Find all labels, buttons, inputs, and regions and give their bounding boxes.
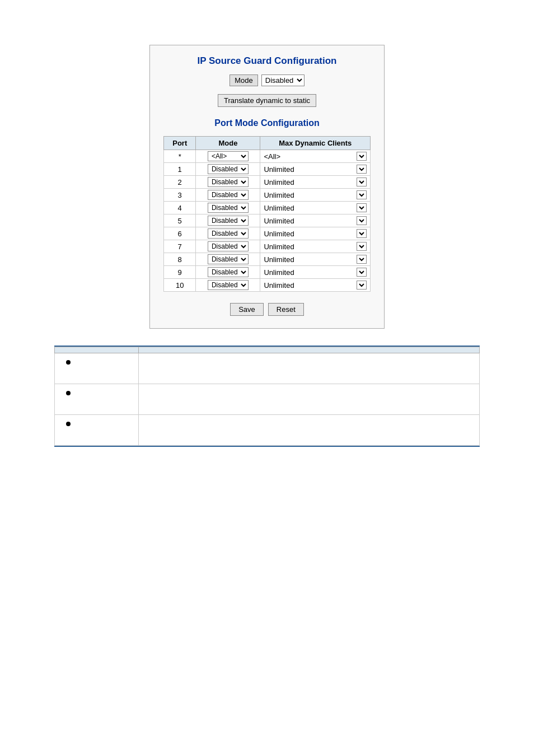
max-cell-9: UnlimitedUnlimited0124816 [260, 266, 371, 279]
max-select-9[interactable]: Unlimited0124816 [357, 268, 367, 277]
port-cell-3: 3 [164, 189, 196, 202]
max-value-3: Unlimited [264, 191, 354, 199]
mode-cell-8: DisabledEnabled [196, 253, 260, 266]
mode-cell-2: DisabledEnabled [196, 176, 260, 189]
mode-select-5[interactable]: DisabledEnabled [208, 216, 249, 226]
max-select-5[interactable]: Unlimited0124816 [357, 216, 367, 225]
port-cell-7: 7 [164, 240, 196, 253]
max-select-6[interactable]: Unlimited0124816 [357, 229, 367, 238]
max-select-2[interactable]: Unlimited0124816 [357, 178, 367, 186]
translate-dynamic-button[interactable]: Translate dynamic to static [218, 94, 316, 107]
port-cell-6: 6 [164, 227, 196, 240]
desc-table-wrapper [54, 346, 480, 447]
mode-cell-5: DisabledEnabled [196, 214, 260, 227]
desc-row-1 [55, 353, 480, 384]
table-row-5: 5DisabledEnabledUnlimitedUnlimited012481… [164, 214, 371, 227]
max-select-4[interactable]: Unlimited0124816 [357, 203, 367, 212]
config-card: IP Source Guard Configuration Mode Disab… [149, 45, 385, 329]
bullet-icon-3 [66, 422, 71, 426]
desc-header-row [55, 347, 480, 353]
desc-table [54, 347, 480, 446]
desc-col2-header [139, 347, 480, 353]
desc-bullet-2 [55, 384, 139, 415]
max-cell-6: UnlimitedUnlimited0124816 [260, 227, 371, 240]
mode-cell-3: DisabledEnabled [196, 189, 260, 202]
max-value-9: Unlimited [264, 268, 354, 277]
port-cell-1: 1 [164, 163, 196, 176]
max-select-3[interactable]: Unlimited0124816 [357, 190, 367, 199]
max-select-8[interactable]: Unlimited0124816 [357, 255, 367, 264]
bullet-icon-2 [66, 391, 71, 395]
save-button[interactable]: Save [230, 303, 264, 316]
mode-select-7[interactable]: DisabledEnabled [208, 241, 249, 251]
mode-select-2[interactable]: DisabledEnabled [208, 177, 249, 187]
port-cell-wildcard: * [164, 150, 196, 163]
port-table: Port Mode Max Dynamic Clients * <All> Di… [163, 136, 371, 292]
table-row-3: 3DisabledEnabledUnlimitedUnlimited012481… [164, 189, 371, 202]
desc-text-3 [139, 415, 480, 446]
mode-select-10[interactable]: DisabledEnabled [208, 280, 249, 290]
max-cell-8: UnlimitedUnlimited0124816 [260, 253, 371, 266]
mode-select-1[interactable]: DisabledEnabled [208, 164, 249, 174]
port-cell-9: 9 [164, 266, 196, 279]
table-row-8: 8DisabledEnabledUnlimitedUnlimited012481… [164, 253, 371, 266]
table-row-7: 7DisabledEnabledUnlimitedUnlimited012481… [164, 240, 371, 253]
port-cell-8: 8 [164, 253, 196, 266]
desc-row-3 [55, 415, 480, 446]
desc-row-2 [55, 384, 480, 415]
reset-button[interactable]: Reset [268, 303, 304, 316]
table-row-9: 9DisabledEnabledUnlimitedUnlimited012481… [164, 266, 371, 279]
section-title: Port Mode Configuration [214, 118, 320, 128]
max-select-10[interactable]: Unlimited0124816 [357, 281, 367, 290]
max-value-1: Unlimited [264, 165, 354, 174]
max-cell-7: UnlimitedUnlimited0124816 [260, 240, 371, 253]
max-select-wildcard[interactable] [357, 152, 367, 161]
mode-select-8[interactable]: DisabledEnabled [208, 254, 249, 264]
max-value-10: Unlimited [264, 281, 354, 290]
max-select-7[interactable]: Unlimited0124816 [357, 242, 367, 251]
mode-select-wildcard[interactable]: <All> Disabled Enabled [208, 151, 249, 161]
mode-select-4[interactable]: DisabledEnabled [208, 203, 249, 213]
card-title: IP Source Guard Configuration [197, 55, 336, 67]
max-cell-4: UnlimitedUnlimited0124816 [260, 202, 371, 214]
mode-select-6[interactable]: DisabledEnabled [208, 228, 249, 239]
table-row-6: 6DisabledEnabledUnlimitedUnlimited012481… [164, 227, 371, 240]
table-row-1: 1DisabledEnabledUnlimitedUnlimited012481… [164, 163, 371, 176]
max-value-2: Unlimited [264, 178, 354, 186]
bullet-icon-1 [66, 360, 71, 365]
max-select-1[interactable]: Unlimited0124816 [357, 165, 367, 174]
max-value-7: Unlimited [264, 242, 354, 251]
mode-cell-9: DisabledEnabled [196, 266, 260, 279]
table-header-row: Port Mode Max Dynamic Clients [164, 137, 371, 150]
desc-text-2 [139, 384, 480, 415]
mode-cell-7: DisabledEnabled [196, 240, 260, 253]
mode-select[interactable]: Disabled Enabled [261, 74, 305, 86]
desc-col1-header [55, 347, 139, 353]
max-value-5: Unlimited [264, 217, 354, 225]
mode-label-button[interactable]: Mode [229, 74, 258, 86]
port-cell-4: 4 [164, 202, 196, 214]
mode-cell-1: DisabledEnabled [196, 163, 260, 176]
max-value-6: Unlimited [264, 230, 354, 238]
mode-cell-4: DisabledEnabled [196, 202, 260, 214]
mode-cell-wildcard: <All> Disabled Enabled [196, 150, 260, 163]
table-row-wildcard: * <All> Disabled Enabled <All> [164, 150, 371, 163]
desc-text-1 [139, 353, 480, 384]
desc-bullet-1 [55, 353, 139, 384]
max-cell-2: UnlimitedUnlimited0124816 [260, 176, 371, 189]
max-value-4: Unlimited [264, 204, 354, 212]
table-row-10: 10DisabledEnabledUnlimitedUnlimited01248… [164, 279, 371, 292]
col-port: Port [164, 137, 196, 150]
table-row-2: 2DisabledEnabledUnlimitedUnlimited012481… [164, 176, 371, 189]
col-max-dynamic: Max Dynamic Clients [260, 137, 371, 150]
buttons-row: Save Reset [230, 303, 304, 316]
mode-select-3[interactable]: DisabledEnabled [208, 190, 249, 200]
max-value-wildcard: <All> [264, 152, 354, 161]
col-mode: Mode [196, 137, 260, 150]
mode-row: Mode Disabled Enabled [229, 74, 305, 86]
mode-cell-6: DisabledEnabled [196, 227, 260, 240]
mode-select-9[interactable]: DisabledEnabled [208, 267, 249, 277]
port-cell-2: 2 [164, 176, 196, 189]
table-row-4: 4DisabledEnabledUnlimitedUnlimited012481… [164, 202, 371, 214]
max-cell-10: UnlimitedUnlimited0124816 [260, 279, 371, 292]
